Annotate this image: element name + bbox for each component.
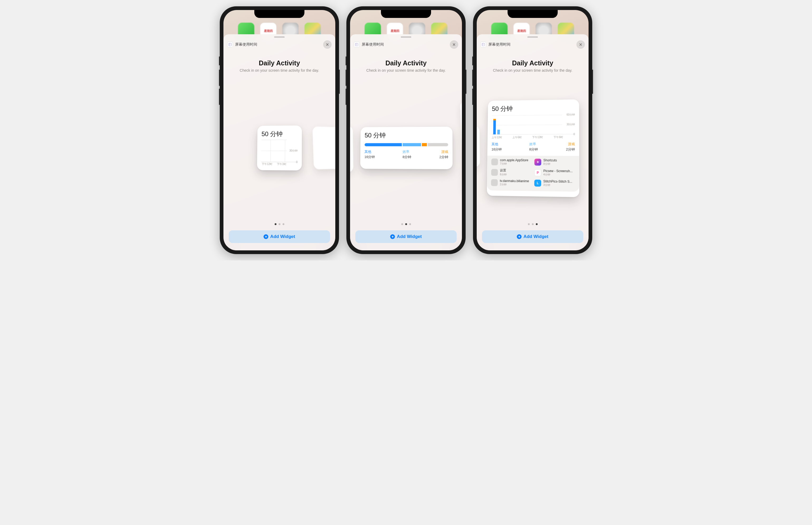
page-subtitle: Check in on your screen time activity fo… — [223, 68, 335, 73]
add-widget-label: Add Widget — [270, 234, 295, 239]
sheet-grabber[interactable] — [401, 36, 411, 38]
add-widget-label: Add Widget — [523, 234, 548, 239]
app-name: 设置 — [500, 168, 507, 172]
header-app-name: 屏幕使用时间 — [488, 42, 510, 47]
category-productivity: 效率 8分钟 — [529, 142, 538, 152]
dot-3[interactable] — [536, 223, 538, 225]
app-time: 3分钟 — [543, 183, 572, 188]
app-time: 8分钟 — [543, 162, 557, 166]
dot-1[interactable] — [275, 223, 276, 225]
chart-bar-1 — [493, 119, 496, 134]
page-title: Daily Activity — [350, 59, 462, 67]
add-widget-label: Add Widget — [397, 234, 422, 239]
dot-3[interactable] — [409, 223, 411, 225]
svg-rect-0 — [229, 43, 232, 46]
app-name: tv.danmaku.bilianime — [500, 179, 529, 183]
prev-widget-peek[interactable] — [477, 125, 480, 168]
sheet-grabber[interactable] — [527, 36, 538, 38]
chart-bar-2 — [497, 130, 500, 134]
dot-1[interactable] — [528, 223, 530, 225]
plus-icon: + — [517, 234, 522, 239]
category-breakdown: 其他 16分钟 效率 8分钟 游戏 2分钟 — [492, 142, 575, 152]
small-widget-chart: 30分钟 0 下午12时 下午3时 — [261, 140, 298, 162]
app-item: LStitchPics-Stitch S...3分钟 — [534, 179, 575, 188]
category-other: 其他 16分钟 — [364, 149, 375, 159]
notch — [508, 10, 558, 18]
app-item: 设置6分钟 — [491, 168, 531, 177]
header-title: 屏幕使用时间 — [354, 42, 384, 47]
category-games: 游戏 2分钟 — [566, 142, 575, 152]
app-name: Shortcuts — [543, 159, 557, 162]
add-widget-button[interactable]: + Add Widget — [356, 230, 456, 243]
app-time: 7分钟 — [500, 162, 528, 166]
prev-widget-peek[interactable] — [350, 125, 353, 174]
close-button[interactable] — [323, 40, 332, 49]
app-time: 4分钟 — [543, 172, 573, 177]
sheet-grabber[interactable] — [274, 36, 285, 38]
app-time: 2分钟 — [499, 183, 529, 186]
page-dots[interactable] — [356, 223, 456, 225]
app-icon — [491, 159, 498, 166]
phone-mockup-3: 星期四 屏幕使用时间 D — [473, 6, 592, 254]
svg-rect-2 — [482, 43, 485, 46]
phone-mockup-1: 星期四 屏幕使用时间 D — [220, 6, 339, 254]
notch — [381, 10, 431, 18]
widget-gallery-sheet: 屏幕使用时间 Daily Activity Check in on your s… — [223, 34, 335, 250]
widget-total-time: 50 分钟 — [492, 104, 575, 113]
app-item: ✦Shortcuts8分钟 — [535, 159, 575, 166]
notch — [254, 10, 304, 18]
header-title: 屏幕使用时间 — [480, 42, 510, 47]
close-button[interactable] — [577, 40, 585, 49]
app-icon: P — [534, 169, 541, 176]
phone-mockup-2: 星期四 屏幕使用时间 D — [346, 6, 466, 254]
category-breakdown: 其他 16分钟 效率 8分钟 游戏 2分钟 — [364, 149, 448, 160]
page-title: Daily Activity — [223, 59, 335, 67]
app-icon: L — [534, 180, 541, 187]
widget-large[interactable]: 50 分钟 60分钟 30分钟 0 — [487, 99, 579, 197]
widget-total-time: 50 分钟 — [365, 131, 448, 140]
app-name: com.apple.AppStore — [500, 159, 528, 162]
plus-icon: + — [263, 234, 268, 239]
screen-time-icon — [227, 42, 233, 47]
dot-2[interactable] — [532, 223, 534, 225]
add-widget-button[interactable]: + Add Widget — [482, 230, 583, 243]
app-item: tv.danmaku.bilianime2分钟 — [491, 179, 531, 187]
page-title: Daily Activity — [477, 59, 589, 67]
app-item: com.apple.AppStore7分钟 — [491, 159, 531, 166]
app-name: Picsew - Screensh... — [543, 169, 573, 173]
app-item: PPicsew - Screensh...4分钟 — [534, 168, 575, 177]
bar-segment-productivity — [403, 143, 421, 146]
large-xaxis: 上午12时 上午6时 下午12时 下午6时 — [492, 135, 575, 139]
svg-rect-1 — [356, 43, 358, 46]
next-widget-peek[interactable] — [313, 126, 335, 169]
top-apps-list: com.apple.AppStore7分钟✦Shortcuts8分钟设置6分钟P… — [487, 156, 579, 192]
large-widget-chart: 60分钟 30分钟 0 — [492, 115, 575, 135]
dot-1[interactable] — [401, 223, 403, 225]
page-dots[interactable] — [229, 223, 330, 225]
widget-total-time: 50 分钟 — [261, 130, 298, 138]
bar-segment-remainder — [427, 143, 448, 146]
page-subtitle: Check in on your screen time activity fo… — [477, 68, 589, 73]
dot-3[interactable] — [282, 223, 285, 225]
header-app-name: 屏幕使用时间 — [362, 42, 384, 47]
add-widget-button[interactable]: + Add Widget — [229, 230, 330, 243]
widget-small[interactable]: 50 分钟 30分钟 0 下午12时 下午3时 — [257, 125, 302, 170]
app-icon — [491, 169, 498, 176]
dot-2[interactable] — [405, 223, 407, 225]
header-title: 屏幕使用时间 — [227, 42, 257, 47]
category-bar — [365, 143, 448, 146]
widget-medium[interactable]: 50 分钟 其他 16分钟 — [360, 127, 452, 169]
page-dots[interactable] — [482, 223, 583, 225]
category-other: 其他 16分钟 — [492, 142, 502, 152]
app-name: StitchPics-Stitch S... — [543, 179, 572, 183]
dot-2[interactable] — [279, 223, 280, 225]
wallpaper: 星期四 屏幕使用时间 D — [477, 10, 589, 250]
category-productivity: 效率 8分钟 — [403, 149, 411, 159]
next-widget-peek[interactable] — [460, 101, 462, 192]
bar-segment-other — [365, 143, 402, 146]
close-button[interactable] — [450, 40, 458, 49]
wallpaper: 星期四 屏幕使用时间 D — [223, 10, 335, 250]
screen-time-icon — [480, 42, 486, 47]
header-app-name: 屏幕使用时间 — [235, 42, 257, 47]
widget-gallery-sheet: 屏幕使用时间 Daily Activity Check in on your s… — [477, 34, 589, 250]
